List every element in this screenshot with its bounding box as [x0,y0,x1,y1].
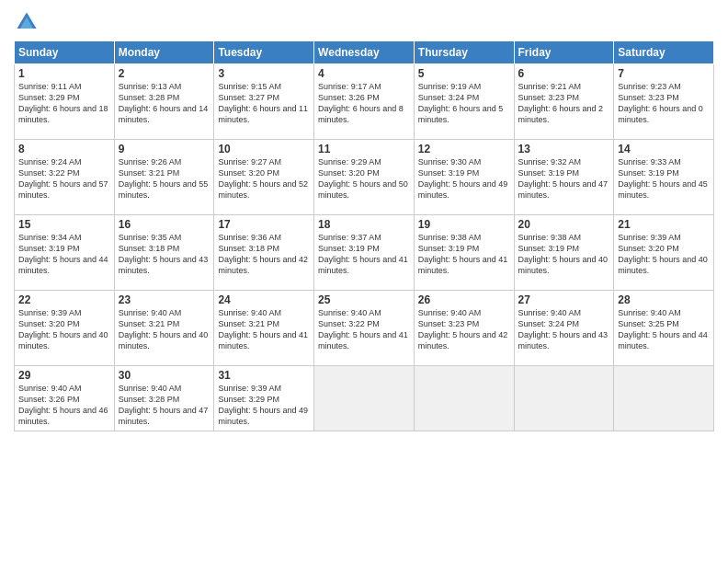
day-info: Sunrise: 9:40 AM Sunset: 3:21 PM Dayligh… [218,307,310,352]
day-info: Sunrise: 9:36 AM Sunset: 3:18 PM Dayligh… [218,232,310,277]
calendar-week-row: 22Sunrise: 9:39 AM Sunset: 3:20 PM Dayli… [15,291,714,366]
day-info: Sunrise: 9:15 AM Sunset: 3:27 PM Dayligh… [218,81,310,126]
calendar-day-cell: 31Sunrise: 9:39 AM Sunset: 3:29 PM Dayli… [214,366,314,431]
day-number: 22 [18,293,110,306]
day-number: 24 [218,293,310,306]
calendar-header-sunday: Sunday [15,41,115,64]
calendar-day-cell: 3Sunrise: 9:15 AM Sunset: 3:27 PM Daylig… [214,64,314,140]
day-info: Sunrise: 9:30 AM Sunset: 3:19 PM Dayligh… [418,156,510,201]
day-number: 9 [119,143,210,155]
day-info: Sunrise: 9:35 AM Sunset: 3:18 PM Dayligh… [119,232,210,277]
day-number: 10 [218,143,310,155]
day-number: 28 [618,293,710,306]
calendar-day-cell: 26Sunrise: 9:40 AM Sunset: 3:23 PM Dayli… [414,291,514,366]
day-number: 29 [18,369,110,382]
day-info: Sunrise: 9:40 AM Sunset: 3:21 PM Dayligh… [119,307,210,352]
logo [14,9,43,35]
calendar-header-wednesday: Wednesday [314,41,415,64]
day-number: 18 [318,218,410,231]
day-info: Sunrise: 9:29 AM Sunset: 3:20 PM Dayligh… [318,156,410,201]
calendar-day-cell [314,366,415,431]
calendar-day-cell: 11Sunrise: 9:29 AM Sunset: 3:20 PM Dayli… [314,140,415,215]
day-info: Sunrise: 9:32 AM Sunset: 3:19 PM Dayligh… [518,156,610,201]
calendar-day-cell: 10Sunrise: 9:27 AM Sunset: 3:20 PM Dayli… [214,140,314,215]
day-info: Sunrise: 9:40 AM Sunset: 3:23 PM Dayligh… [418,307,510,352]
page: SundayMondayTuesdayWednesdayThursdayFrid… [0,0,728,563]
day-number: 15 [18,218,110,231]
day-info: Sunrise: 9:23 AM Sunset: 3:23 PM Dayligh… [618,81,710,126]
day-info: Sunrise: 9:27 AM Sunset: 3:20 PM Dayligh… [218,156,310,201]
calendar-day-cell: 20Sunrise: 9:38 AM Sunset: 3:19 PM Dayli… [514,215,614,291]
calendar-day-cell: 12Sunrise: 9:30 AM Sunset: 3:19 PM Dayli… [414,140,514,215]
calendar-day-cell: 30Sunrise: 9:40 AM Sunset: 3:28 PM Dayli… [114,366,214,431]
calendar-day-cell: 29Sunrise: 9:40 AM Sunset: 3:26 PM Dayli… [15,366,115,431]
day-info: Sunrise: 9:11 AM Sunset: 3:29 PM Dayligh… [18,81,110,126]
calendar-day-cell: 8Sunrise: 9:24 AM Sunset: 3:22 PM Daylig… [15,140,115,215]
day-number: 16 [119,218,210,231]
calendar-day-cell: 27Sunrise: 9:40 AM Sunset: 3:24 PM Dayli… [514,291,614,366]
day-info: Sunrise: 9:40 AM Sunset: 3:28 PM Dayligh… [119,383,210,428]
day-info: Sunrise: 9:34 AM Sunset: 3:19 PM Dayligh… [18,232,110,277]
calendar-day-cell: 4Sunrise: 9:17 AM Sunset: 3:26 PM Daylig… [314,64,415,140]
day-number: 5 [418,67,510,80]
calendar-day-cell: 16Sunrise: 9:35 AM Sunset: 3:18 PM Dayli… [114,215,214,291]
day-info: Sunrise: 9:38 AM Sunset: 3:19 PM Dayligh… [418,232,510,277]
day-info: Sunrise: 9:19 AM Sunset: 3:24 PM Dayligh… [418,81,510,126]
day-info: Sunrise: 9:40 AM Sunset: 3:24 PM Dayligh… [518,307,610,352]
calendar-day-cell [614,366,714,431]
calendar-day-cell: 18Sunrise: 9:37 AM Sunset: 3:19 PM Dayli… [314,215,415,291]
day-info: Sunrise: 9:40 AM Sunset: 3:26 PM Dayligh… [18,383,110,428]
day-info: Sunrise: 9:40 AM Sunset: 3:22 PM Dayligh… [318,307,410,352]
day-number: 20 [518,218,610,231]
calendar-week-row: 1Sunrise: 9:11 AM Sunset: 3:29 PM Daylig… [15,64,714,140]
day-number: 13 [518,143,610,155]
day-number: 27 [518,293,610,306]
day-info: Sunrise: 9:37 AM Sunset: 3:19 PM Dayligh… [318,232,410,277]
header [14,9,714,35]
calendar-week-row: 15Sunrise: 9:34 AM Sunset: 3:19 PM Dayli… [15,215,714,291]
day-number: 23 [119,293,210,306]
day-number: 7 [618,67,710,80]
calendar-day-cell: 9Sunrise: 9:26 AM Sunset: 3:21 PM Daylig… [114,140,214,215]
day-number: 2 [119,67,210,80]
calendar-day-cell: 23Sunrise: 9:40 AM Sunset: 3:21 PM Dayli… [114,291,214,366]
calendar-day-cell: 22Sunrise: 9:39 AM Sunset: 3:20 PM Dayli… [15,291,115,366]
calendar-day-cell: 5Sunrise: 9:19 AM Sunset: 3:24 PM Daylig… [414,64,514,140]
calendar-day-cell: 14Sunrise: 9:33 AM Sunset: 3:19 PM Dayli… [614,140,714,215]
day-number: 30 [119,369,210,382]
calendar-header-tuesday: Tuesday [214,41,314,64]
day-number: 17 [218,218,310,231]
calendar-day-cell [514,366,614,431]
calendar-header-monday: Monday [114,41,214,64]
calendar-header-saturday: Saturday [614,41,714,64]
calendar-day-cell: 28Sunrise: 9:40 AM Sunset: 3:25 PM Dayli… [614,291,714,366]
day-number: 14 [618,143,710,155]
day-info: Sunrise: 9:33 AM Sunset: 3:19 PM Dayligh… [618,156,710,201]
day-info: Sunrise: 9:17 AM Sunset: 3:26 PM Dayligh… [318,81,410,126]
logo-icon [14,9,40,35]
calendar-header-thursday: Thursday [414,41,514,64]
calendar-day-cell: 6Sunrise: 9:21 AM Sunset: 3:23 PM Daylig… [514,64,614,140]
calendar-week-row: 29Sunrise: 9:40 AM Sunset: 3:26 PM Dayli… [15,366,714,431]
calendar-day-cell: 13Sunrise: 9:32 AM Sunset: 3:19 PM Dayli… [514,140,614,215]
day-info: Sunrise: 9:38 AM Sunset: 3:19 PM Dayligh… [518,232,610,277]
calendar-header-row: SundayMondayTuesdayWednesdayThursdayFrid… [15,41,714,64]
calendar-day-cell: 24Sunrise: 9:40 AM Sunset: 3:21 PM Dayli… [214,291,314,366]
day-info: Sunrise: 9:26 AM Sunset: 3:21 PM Dayligh… [119,156,210,201]
calendar-day-cell: 1Sunrise: 9:11 AM Sunset: 3:29 PM Daylig… [15,64,115,140]
day-number: 4 [318,67,410,80]
day-info: Sunrise: 9:39 AM Sunset: 3:29 PM Dayligh… [218,383,310,428]
day-number: 6 [518,67,610,80]
calendar-day-cell: 17Sunrise: 9:36 AM Sunset: 3:18 PM Dayli… [214,215,314,291]
day-info: Sunrise: 9:39 AM Sunset: 3:20 PM Dayligh… [18,307,110,352]
day-number: 12 [418,143,510,155]
calendar-week-row: 8Sunrise: 9:24 AM Sunset: 3:22 PM Daylig… [15,140,714,215]
calendar-table: SundayMondayTuesdayWednesdayThursdayFrid… [14,40,714,431]
day-number: 11 [318,143,410,155]
calendar-day-cell: 15Sunrise: 9:34 AM Sunset: 3:19 PM Dayli… [15,215,115,291]
day-number: 3 [218,67,310,80]
calendar-day-cell [414,366,514,431]
day-info: Sunrise: 9:24 AM Sunset: 3:22 PM Dayligh… [18,156,110,201]
day-number: 31 [218,369,310,382]
calendar-day-cell: 19Sunrise: 9:38 AM Sunset: 3:19 PM Dayli… [414,215,514,291]
